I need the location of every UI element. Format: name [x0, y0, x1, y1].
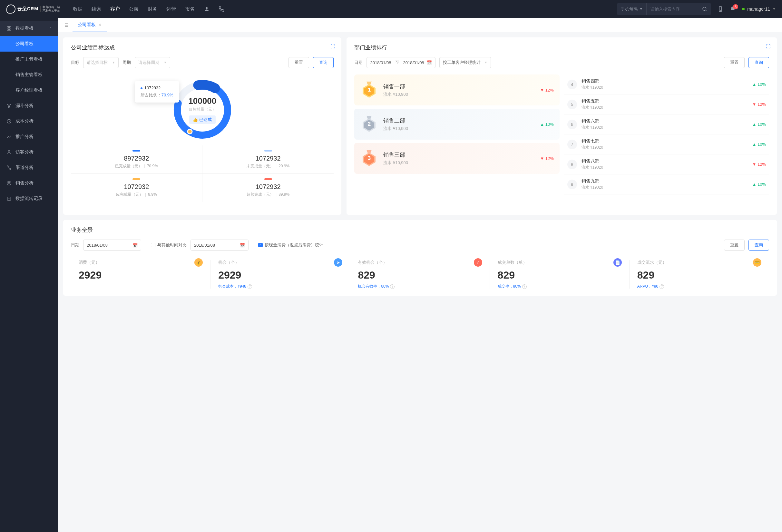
- tab-close-icon[interactable]: ✕: [98, 23, 102, 27]
- trend-down-icon: ▼ 12%: [752, 162, 766, 167]
- sidebar-sales[interactable]: 销售分析: [0, 175, 58, 191]
- compare-checkbox-wrap[interactable]: 与其他时间对比: [151, 242, 187, 248]
- tab-company-board[interactable]: 公司看板 ✕: [73, 18, 107, 32]
- cash-checkbox[interactable]: [258, 243, 263, 247]
- nav-pool[interactable]: 公海: [129, 6, 139, 12]
- rank-row[interactable]: 6 销售六部 流水 ¥19020 ▲ 10%: [564, 114, 769, 135]
- query-button[interactable]: 查询: [748, 240, 769, 251]
- rank-row[interactable]: 8 销售八部 流水 ¥19020 ▼ 12%: [564, 154, 769, 174]
- sidebar-funnel[interactable]: 漏斗分析: [0, 98, 58, 113]
- target-title: 公司业绩目标达成: [71, 44, 333, 51]
- logo[interactable]: 云朵CRM 教育机构一站 式服务云平台: [6, 4, 60, 13]
- sidebar-channel[interactable]: 渠道分析: [0, 160, 58, 175]
- rank-row[interactable]: 4 销售四部 流水 ¥19020 ▲ 10%: [564, 74, 769, 95]
- notification-icon[interactable]: 5: [730, 6, 736, 12]
- help-icon[interactable]: ?: [660, 284, 664, 289]
- ranking-card: 部门业绩排行 ⛶ 日期 2018/01/08 至 2018/01/08 📅 按工…: [347, 37, 777, 215]
- target-icon: [6, 181, 11, 186]
- trend-down-icon: ▼ 12%: [540, 156, 554, 161]
- user-icon[interactable]: [204, 6, 210, 12]
- trend-up-icon: ▲ 10%: [752, 142, 766, 147]
- rank-card-1[interactable]: 1 销售一部 流水 ¥10,900 ▼ 12%: [354, 74, 559, 105]
- nav-leads[interactable]: 线索: [92, 6, 101, 12]
- expand-button[interactable]: ⛶: [766, 44, 771, 49]
- nav-finance[interactable]: 财务: [148, 6, 157, 12]
- rank-top3: 1 销售一部 流水 ¥10,900 ▼ 12% 2 销售二部 流水 ¥10,90…: [354, 74, 559, 194]
- reset-button[interactable]: 重置: [724, 57, 745, 68]
- achieved-badge: 👍已达成: [189, 115, 216, 124]
- nav-data[interactable]: 数据: [73, 6, 82, 12]
- metric-icon: ✓: [474, 258, 482, 267]
- query-button[interactable]: 查询: [313, 57, 333, 68]
- rank-row[interactable]: 9 销售九部 流水 ¥19020 ▲ 10%: [564, 174, 769, 194]
- help-icon[interactable]: ?: [390, 284, 395, 289]
- sidebar-manager-board[interactable]: 客户经理看板: [0, 82, 58, 98]
- metric-cell: 成交单数（单） 📄 829 成交率：80% ?: [490, 258, 630, 289]
- funnel-icon: [6, 103, 11, 108]
- sidebar-flow[interactable]: 数据流转记录: [0, 191, 58, 206]
- topnav-right: 手机号码▼ 5 manager11 ▼: [617, 3, 776, 15]
- search-type-select[interactable]: 手机号码▼: [617, 3, 647, 15]
- reset-button[interactable]: 重置: [724, 240, 745, 251]
- sidebar-promo[interactable]: 推广分析: [0, 129, 58, 144]
- metric-cell: 成交流水（元） 💳 829 ARPU：¥80 ?: [630, 258, 769, 289]
- mode-select[interactable]: 按工单客户经理统计▼: [439, 57, 491, 68]
- search-input[interactable]: [647, 7, 698, 11]
- sidebar-promo-board[interactable]: 推广主管看板: [0, 51, 58, 67]
- donut-label: 目标总量（元）: [189, 107, 216, 112]
- nav-customer[interactable]: 客户: [110, 6, 120, 12]
- stat-completed: 8972932 已完成量（元）|70.9%: [71, 145, 203, 174]
- logo-text: 云朵CRM: [17, 6, 38, 12]
- sidebar-sales-board[interactable]: 销售主管看板: [0, 67, 58, 82]
- search-button[interactable]: [698, 6, 711, 11]
- help-icon[interactable]: ?: [522, 284, 527, 289]
- chart-icon: [6, 134, 11, 139]
- notification-badge: 5: [733, 4, 738, 9]
- biz-date-input[interactable]: 2018/01/08📅: [83, 240, 141, 251]
- svg-point-10: [7, 166, 8, 167]
- svg-rect-4: [7, 27, 9, 28]
- calendar-icon: 📅: [240, 243, 245, 248]
- rank-card-2[interactable]: 2 销售二部 流水 ¥10,900 ▲ 10%: [354, 109, 559, 140]
- logo-subtitle: 教育机构一站 式服务云平台: [40, 6, 60, 12]
- reset-button[interactable]: 重置: [288, 57, 309, 68]
- goal-select[interactable]: 请选择目标▼: [83, 57, 119, 68]
- trend-up-icon: ▲ 10%: [752, 122, 766, 127]
- mobile-icon[interactable]: [717, 6, 723, 12]
- dashboard-icon: [6, 26, 11, 31]
- svg-point-0: [206, 7, 208, 9]
- hamburger-icon[interactable]: ☰: [62, 23, 71, 28]
- rank-row[interactable]: 5 销售五部 流水 ¥19020 ▼ 12%: [564, 95, 769, 114]
- biz-date2-input[interactable]: 2018/01/08📅: [190, 240, 249, 251]
- compare-checkbox[interactable]: [151, 243, 155, 247]
- nav-signup[interactable]: 报名: [185, 6, 195, 12]
- medal-icon: 3: [360, 149, 378, 167]
- stat-should: 1072932 应完成量（元）|8.9%: [71, 174, 203, 202]
- phone-icon[interactable]: [218, 6, 224, 12]
- expand-button[interactable]: ⛶: [330, 44, 335, 49]
- date-range-input[interactable]: 2018/01/08 至 2018/01/08 📅: [366, 57, 435, 68]
- chevron-up-icon: ⌃: [49, 27, 51, 30]
- sidebar-visitor[interactable]: 访客分析: [0, 144, 58, 160]
- query-button[interactable]: 查询: [748, 57, 769, 68]
- period-select[interactable]: 请选择周期▼: [135, 57, 170, 68]
- user-menu[interactable]: manager11 ▼: [742, 6, 776, 11]
- sidebar-company-board[interactable]: 公司看板: [0, 36, 58, 51]
- svg-rect-7: [9, 29, 11, 30]
- chart-tooltip: 1072932 所占比例：70.9%: [135, 81, 179, 103]
- nav-operation[interactable]: 运营: [166, 6, 176, 12]
- search-bar: 手机号码▼: [617, 3, 711, 15]
- tabbar: ☰ 公司看板 ✕: [58, 18, 782, 32]
- sidebar-group-dashboard[interactable]: 数据看板 ⌃: [0, 21, 58, 36]
- rank-row[interactable]: 7 销售七部 流水 ¥19020 ▲ 10%: [564, 135, 769, 154]
- cost-icon: [6, 119, 11, 124]
- metric-cell: 消费（元） 💰 2929: [71, 258, 211, 289]
- rank-card-3[interactable]: 3 销售三部 流水 ¥10,900 ▼ 12%: [354, 143, 559, 174]
- svg-point-13: [8, 182, 10, 184]
- cash-checkbox-wrap[interactable]: 按现金消费（返点后消费）统计: [258, 242, 323, 248]
- help-icon[interactable]: ?: [248, 284, 252, 289]
- business-title: 业务全景: [71, 226, 769, 234]
- sidebar-cost[interactable]: 成本分析: [0, 113, 58, 129]
- visitor-icon: [6, 150, 11, 155]
- svg-point-12: [7, 181, 11, 185]
